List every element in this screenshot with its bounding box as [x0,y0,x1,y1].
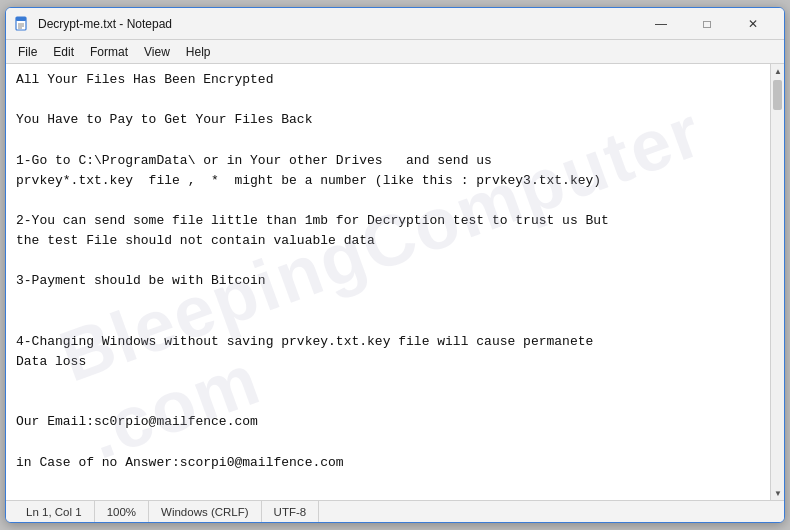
scroll-track[interactable] [771,78,784,486]
encoding: UTF-8 [262,501,320,522]
scroll-thumb[interactable] [773,80,782,110]
title-bar: Decrypt-me.txt - Notepad — □ ✕ [6,8,784,40]
close-button[interactable]: ✕ [730,8,776,40]
minimize-button[interactable]: — [638,8,684,40]
menu-file[interactable]: File [10,43,45,61]
scroll-down-arrow[interactable]: ▼ [771,486,784,500]
scroll-up-arrow[interactable]: ▲ [771,64,784,78]
zoom-level: 100% [95,501,149,522]
menu-edit[interactable]: Edit [45,43,82,61]
notepad-window: Decrypt-me.txt - Notepad — □ ✕ File Edit… [5,7,785,523]
cursor-position: Ln 1, Col 1 [14,501,95,522]
menu-bar: File Edit Format View Help [6,40,784,64]
menu-format[interactable]: Format [82,43,136,61]
editor-area: BleepingComputer.com All Your Files Has … [6,64,784,500]
vertical-scrollbar[interactable]: ▲ ▼ [770,64,784,500]
line-ending: Windows (CRLF) [149,501,262,522]
status-bar: Ln 1, Col 1 100% Windows (CRLF) UTF-8 [6,500,784,522]
window-controls: — □ ✕ [638,8,776,40]
text-content[interactable]: All Your Files Has Been Encrypted You Ha… [6,64,770,500]
window-title: Decrypt-me.txt - Notepad [38,17,638,31]
app-icon [14,16,30,32]
svg-rect-1 [16,17,26,21]
maximize-button[interactable]: □ [684,8,730,40]
menu-view[interactable]: View [136,43,178,61]
menu-help[interactable]: Help [178,43,219,61]
